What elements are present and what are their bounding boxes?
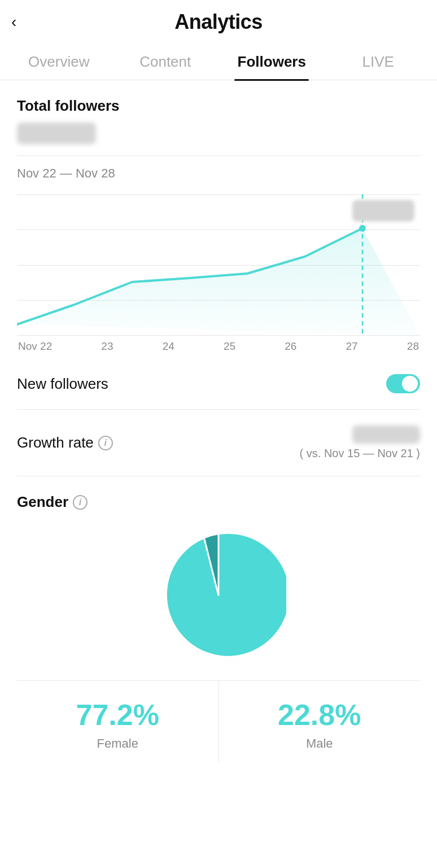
chart-x-axis: Nov 22 23 24 25 26 27 28 (17, 340, 420, 353)
gender-section: Gender i 77.2% Female 22.8% Male (17, 476, 420, 762)
header: ‹ Analytics (0, 0, 437, 42)
x-label-nov22: Nov 22 (18, 340, 52, 353)
x-label-24: 24 (163, 340, 174, 353)
gender-info-icon[interactable]: i (73, 495, 88, 510)
tab-content[interactable]: Content (112, 42, 219, 80)
tab-live[interactable]: LIVE (325, 42, 432, 80)
x-label-25: 25 (224, 340, 235, 353)
female-percentage: 77.2% (17, 698, 218, 732)
back-button[interactable]: ‹ (11, 14, 16, 30)
main-content: Total followers Nov 22 — Nov 28 (0, 80, 437, 762)
tab-followers[interactable]: Followers (218, 42, 325, 80)
gender-stats: 77.2% Female 22.8% Male (17, 680, 420, 762)
female-col: 77.2% Female (17, 681, 219, 762)
total-followers-section: Total followers (17, 97, 420, 144)
new-followers-toggle[interactable] (386, 374, 420, 393)
new-followers-row: New followers (17, 358, 420, 410)
x-label-26: 26 (285, 340, 296, 353)
growth-rate-label: Growth rate i (17, 434, 113, 452)
total-followers-label: Total followers (17, 97, 420, 115)
chart-tooltip-blurred (352, 200, 414, 222)
growth-rate-row: Growth rate i ( vs. Nov 15 — Nov 21 ) (17, 410, 420, 476)
x-label-28: 28 (407, 340, 419, 353)
followers-chart: Nov 22 23 24 25 26 27 28 (17, 194, 420, 353)
chart-date-range: Nov 22 — Nov 28 (17, 166, 420, 181)
growth-rate-compare: ( vs. Nov 15 — Nov 21 ) (300, 447, 420, 460)
tab-bar: Overview Content Followers LIVE (0, 42, 437, 80)
total-followers-value-blurred (17, 123, 96, 144)
x-label-27: 27 (346, 340, 358, 353)
female-label: Female (17, 736, 218, 751)
gender-label: Gender i (17, 493, 420, 511)
male-label: Male (219, 736, 421, 751)
male-col: 22.8% Male (219, 681, 421, 762)
growth-rate-blurred (352, 426, 420, 444)
male-percentage: 22.8% (219, 698, 421, 732)
svg-point-1 (359, 225, 366, 232)
divider-1 (17, 155, 420, 156)
new-followers-label: New followers (17, 375, 108, 393)
growth-rate-value: ( vs. Nov 15 — Nov 21 ) (300, 426, 420, 460)
growth-rate-info-icon[interactable]: i (98, 436, 113, 450)
x-label-23: 23 (101, 340, 113, 353)
gender-pie-container (17, 528, 420, 663)
page-title: Analytics (174, 10, 263, 34)
tab-overview[interactable]: Overview (6, 42, 112, 80)
gender-pie-chart (151, 528, 286, 663)
